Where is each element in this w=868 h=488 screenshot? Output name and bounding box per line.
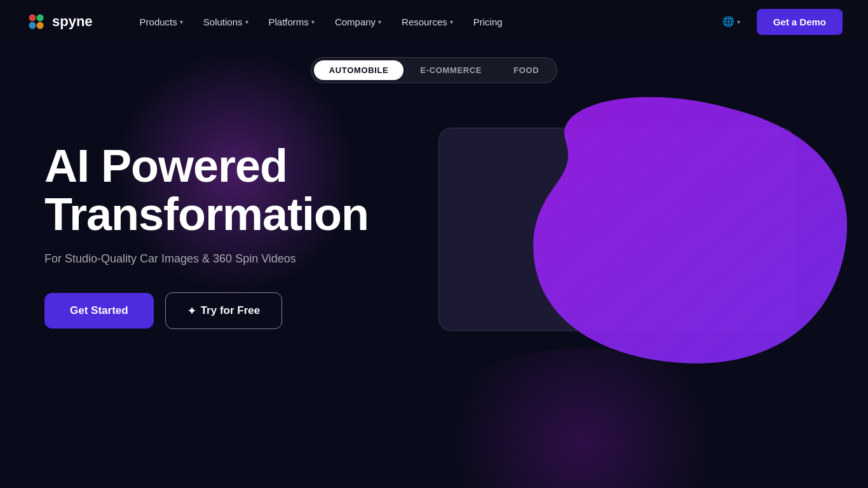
hero-visual-container <box>438 115 820 344</box>
get-demo-button[interactable]: Get a Demo <box>757 9 843 35</box>
try-for-free-button[interactable]: ✦ Try for Free <box>165 292 283 329</box>
tab-ecommerce[interactable]: E-COMMERCE <box>405 60 497 80</box>
sparkle-icon: ✦ <box>187 305 196 317</box>
navbar: spyne Products ▾ Solutions ▾ Platforms ▾… <box>0 0 868 43</box>
nav-item-products[interactable]: Products ▾ <box>131 11 192 32</box>
hero-title: AI Powered Transformation <box>44 142 400 238</box>
hero-subtitle: For Studio-Quality Car Images & 360 Spin… <box>44 252 400 266</box>
hero-buttons: Get Started ✦ Try for Free <box>44 292 400 329</box>
tab-food[interactable]: FOOD <box>498 60 554 80</box>
hero-title-line1: AI Powered <box>44 140 287 191</box>
main-content: AI Powered Transformation For Studio-Qua… <box>0 115 868 356</box>
svg-point-2 <box>29 22 36 29</box>
chevron-down-icon: ▾ <box>450 18 453 25</box>
nav-item-company[interactable]: Company ▾ <box>326 11 390 32</box>
logo-icon <box>25 11 47 32</box>
nav-item-platforms[interactable]: Platforms ▾ <box>260 11 323 32</box>
nav-links: Products ▾ Solutions ▾ Platforms ▾ Compa… <box>131 11 716 32</box>
chevron-down-icon: ▾ <box>378 18 381 25</box>
tab-automobile[interactable]: AUTOMOBILE <box>314 60 404 80</box>
nav-right: 🌐 ▾ Get a Demo <box>716 9 843 35</box>
chevron-down-icon: ▾ <box>311 18 315 25</box>
logo[interactable]: spyne <box>25 11 93 32</box>
globe-language-button[interactable]: 🌐 ▾ <box>716 11 747 32</box>
globe-icon: 🌐 <box>722 16 735 27</box>
hero-right <box>438 115 824 356</box>
chevron-down-icon: ▾ <box>180 18 183 25</box>
nav-item-pricing[interactable]: Pricing <box>465 11 512 32</box>
logo-text: spyne <box>52 13 93 30</box>
svg-point-0 <box>29 15 36 22</box>
tab-switcher: AUTOMOBILE E-COMMERCE FOOD <box>0 57 868 83</box>
hero-left: AI Powered Transformation For Studio-Qua… <box>44 142 400 329</box>
chevron-down-icon: ▾ <box>245 18 248 25</box>
nav-item-resources[interactable]: Resources ▾ <box>393 11 462 32</box>
svg-point-3 <box>37 22 44 29</box>
purple-blob <box>515 90 868 388</box>
tab-container: AUTOMOBILE E-COMMERCE FOOD <box>311 57 558 83</box>
get-started-button[interactable]: Get Started <box>44 293 154 329</box>
hero-title-line2: Transformation <box>44 189 369 240</box>
svg-point-1 <box>37 15 44 22</box>
nav-item-solutions[interactable]: Solutions ▾ <box>194 11 257 32</box>
chevron-down-icon: ▾ <box>737 18 740 25</box>
